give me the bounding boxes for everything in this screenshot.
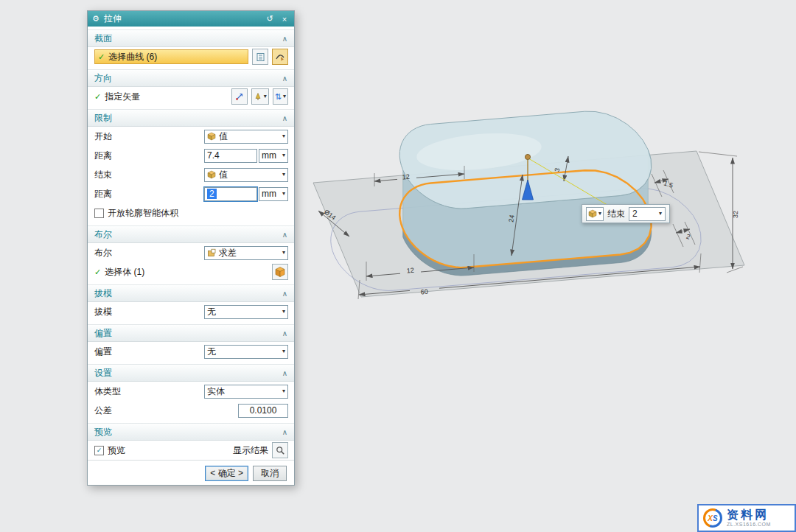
section-header-boolean[interactable]: 布尔 ∧ [88,225,294,243]
section-header-limits[interactable]: 限制 ∧ [88,109,294,127]
end-label: 结束 [94,169,200,181]
curve-rule-button[interactable] [272,49,288,65]
select-curve-field[interactable]: ✓ 选择曲线 (6) [94,49,248,64]
select-body-button[interactable] [272,264,288,280]
tolerance-row: 公差 0.0100 [88,401,294,420]
distance-end-input[interactable]: 2 [204,187,257,201]
check-icon: ✓ [98,52,105,62]
watermark-logo-icon: X S [703,508,722,528]
section-header-draft[interactable]: 拔模 ∧ [88,284,294,302]
curve-list-icon [256,52,265,62]
start-type-dropdown[interactable]: 值 ▾ [204,130,288,144]
check-icon: ✓ [97,447,102,454]
distance-start-unit-dropdown[interactable]: mm ▾ [259,149,288,163]
check-icon: ✓ [94,92,101,102]
section-title: 布尔 [94,228,112,241]
caret-down-icon: ▾ [264,94,267,99]
section-header-direction[interactable]: 方向 ∧ [88,69,294,87]
distance-start-value: 7.4 [207,150,220,161]
end-type-dropdown[interactable]: 值 ▾ [204,168,288,182]
preview-label: 预览 [108,444,229,457]
start-row: 开始 值 ▾ [88,127,294,146]
watermark-name: 资料网 [727,508,771,522]
body-type-label: 体类型 [94,385,200,398]
vector-dialog-button[interactable] [231,88,248,105]
tolerance-input[interactable]: 0.0100 [238,404,288,418]
watermark-site: ZL.XS1616.COM [727,522,771,528]
distance-end-label: 距离 [94,188,200,200]
chevron-up-icon[interactable]: ∧ [282,428,287,436]
chevron-up-icon[interactable]: ∧ [282,231,287,239]
reset-icon[interactable]: ↺ [265,14,275,24]
caret-down-icon: ▾ [282,153,285,158]
specify-vector-row: ✓ 指定矢量 ▾ ⇅ ▾ [88,87,294,106]
subtract-icon [207,248,216,257]
dialog-button-row: < 确定 > 取消 [88,460,294,487]
section-title: 拔模 [94,287,112,300]
body-type-dropdown[interactable]: 实体 ▾ [204,385,288,399]
watermark-logo-x: X [708,514,713,522]
distance-start-label: 距离 [94,150,200,162]
value-cube-icon [588,209,597,218]
section-header-settings[interactable]: 设置 ∧ [88,364,294,382]
start-label: 开始 [94,130,200,143]
extrude-dialog: ⚙ 拉伸 ↺ × 截面 ∧ ✓ 选择曲线 (6) [87,10,295,486]
watermark: X S 资料网 ZL.XS1616.COM [697,504,796,532]
chevron-up-icon[interactable]: ∧ [282,35,287,43]
chevron-up-icon[interactable]: ∧ [282,74,287,83]
curve-list-button[interactable] [252,49,268,65]
dim-height-mid-label: 24 [507,214,515,223]
section-header-preview[interactable]: 预览 ∧ [88,423,294,441]
draft-dropdown[interactable]: 无 ▾ [204,305,288,319]
curve-rule-icon [275,52,285,62]
caret-down-icon: ▾ [283,94,286,99]
chevron-up-icon[interactable]: ∧ [282,329,287,337]
distance-start-input[interactable]: 7.4 [204,149,257,163]
dialog-titlebar[interactable]: ⚙ 拉伸 ↺ × [88,11,294,27]
check-icon: ✓ [94,267,101,277]
vector-type-combo[interactable]: ▾ [251,88,269,105]
onscreen-input-toolbar: ▾ 结束 2 ▾ [582,204,670,223]
end-limit-mini-dropdown[interactable]: ▾ [586,207,604,221]
close-icon[interactable]: × [279,15,290,24]
show-result-button[interactable] [272,442,288,458]
select-curve-row: ✓ 选择曲线 (6) [88,47,294,66]
value-cube-icon [207,170,216,179]
reverse-direction-combo[interactable]: ⇅ ▾ [273,88,288,105]
chevron-up-icon[interactable]: ∧ [282,290,287,298]
section-header-offset[interactable]: 偏置 ∧ [88,324,294,342]
distance-start-row: 距离 7.4 mm ▾ [88,146,294,165]
distance-end-value: 2 [207,189,217,199]
offset-label: 偏置 [94,346,200,358]
unit-label: mm [262,150,276,161]
preview-row: ✓ 预览 显示结果 [88,441,294,460]
caret-down-icon: ▾ [598,211,601,217]
cancel-button[interactable]: 取消 [253,466,287,481]
open-profile-checkbox[interactable] [94,209,104,218]
caret-down-icon: ▾ [282,191,285,197]
chevron-up-icon[interactable]: ∧ [282,114,287,122]
gear-icon[interactable]: ⚙ [92,14,100,24]
distance-end-unit-dropdown[interactable]: mm ▾ [259,187,288,201]
section-header-section[interactable]: 截面 ∧ [88,29,294,47]
vector-dialog-icon [235,92,244,101]
caret-down-icon: ▾ [659,211,662,217]
magnifier-icon [276,446,285,455]
select-body-label: 选择体 (1) [105,266,268,279]
origin-ball[interactable] [525,154,530,159]
dim-offset-bottom-label: 12 [406,267,414,275]
caret-down-icon: ▾ [282,172,285,178]
chevron-up-icon[interactable]: ∧ [282,369,287,377]
ok-button[interactable]: < 确定 > [205,466,248,481]
boolean-dropdown[interactable]: 求差 ▾ [204,246,288,260]
preview-checkbox[interactable]: ✓ [94,446,104,455]
boolean-row: 布尔 求差 ▾ [88,243,294,262]
select-body-row: ✓ 选择体 (1) [88,262,294,281]
tolerance-label: 公差 [94,405,200,417]
offset-dropdown[interactable]: 无 ▾ [204,345,288,359]
distance-end-row: 距离 2 mm ▾ [88,184,294,203]
start-type-value: 值 [219,130,228,143]
draft-row: 拔模 无 ▾ [88,302,294,321]
select-curve-label: 选择曲线 (6) [108,51,157,63]
mini-end-input[interactable]: 2 ▾ [629,207,666,221]
